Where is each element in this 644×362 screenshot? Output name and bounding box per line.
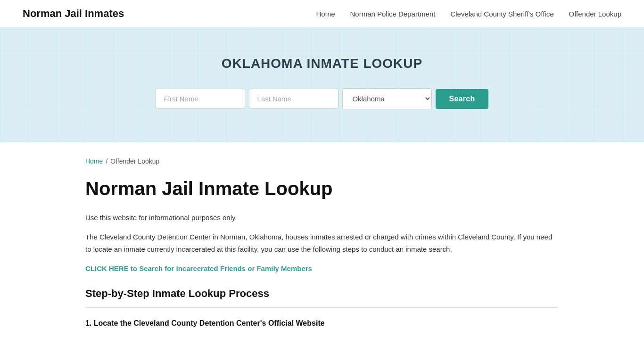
page-title: Norman Jail Inmate Lookup: [85, 178, 559, 199]
last-name-input[interactable]: [249, 89, 339, 109]
main-content: Home / Offender Lookup Norman Jail Inmat…: [63, 142, 581, 356]
site-logo[interactable]: Norman Jail Inmates: [23, 8, 124, 20]
hero-section: OKLAHOMA INMATE LOOKUP OklahomaAlabamaAl…: [0, 28, 644, 142]
breadcrumb: Home / Offender Lookup: [85, 157, 559, 165]
state-select[interactable]: OklahomaAlabamaAlaskaArizonaArkansasCali…: [342, 88, 432, 109]
breadcrumb-separator: /: [106, 157, 107, 165]
hero-title: OKLAHOMA INMATE LOOKUP: [23, 56, 621, 71]
main-nav: Home Norman Police Department Cleveland …: [316, 10, 621, 18]
intro-paragraph: Use this website for informational purpo…: [85, 212, 559, 223]
breadcrumb-home[interactable]: Home: [85, 157, 103, 165]
step1-heading: 1. Locate the Cleveland County Detention…: [85, 319, 559, 328]
detail-paragraph: The Cleveland County Detention Center in…: [85, 231, 559, 255]
step-section-heading: Step-by-Step Inmate Lookup Process: [85, 288, 559, 308]
nav-norman-pd[interactable]: Norman Police Department: [350, 10, 436, 18]
nav-home[interactable]: Home: [316, 10, 335, 18]
cta-link[interactable]: CLICK HERE to Search for Incarcerated Fr…: [85, 264, 312, 272]
nav-offender-lookup[interactable]: Offender Lookup: [569, 10, 621, 18]
search-button[interactable]: Search: [436, 89, 488, 109]
nav-cleveland-sheriff[interactable]: Cleveland County Sheriff's Office: [450, 10, 553, 18]
search-form: OklahomaAlabamaAlaskaArizonaArkansasCali…: [23, 88, 621, 109]
breadcrumb-current: Offender Lookup: [110, 157, 159, 165]
first-name-input[interactable]: [156, 89, 245, 109]
site-header: Norman Jail Inmates Home Norman Police D…: [0, 0, 644, 28]
